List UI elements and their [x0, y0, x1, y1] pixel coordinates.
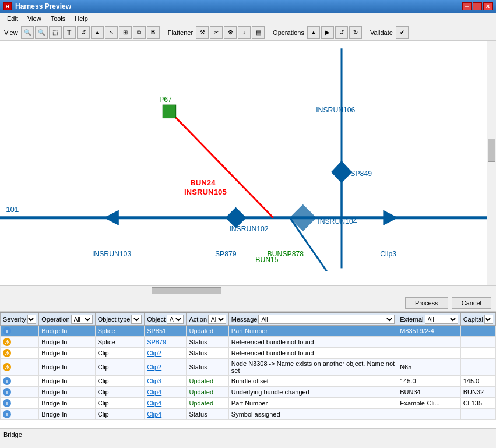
op-2-button[interactable]: ▶: [321, 26, 334, 39]
close-button[interactable]: ✕: [483, 2, 493, 10]
object-type-cell: Clip: [95, 376, 144, 387]
object-cell[interactable]: SP851: [145, 326, 187, 337]
object-link[interactable]: Clip4: [147, 411, 161, 418]
shape-button[interactable]: ▲: [91, 26, 104, 39]
object-type-filter[interactable]: All: [131, 315, 142, 324]
toolbar: View 🔍 🔍 ⬚ T ↺ ▲ ↖ ⊞ ⧉ B Flattener ⚒ ✂ ⚙…: [0, 24, 496, 41]
maximize-button[interactable]: □: [473, 2, 482, 10]
th-operation: Operation All: [39, 313, 95, 326]
operation-cell: Bridge In: [39, 376, 95, 387]
flatten-5-button[interactable]: ▤: [252, 26, 265, 39]
message-filter[interactable]: All: [258, 315, 395, 324]
capital-cell: [460, 337, 495, 348]
object-link[interactable]: Clip3: [147, 378, 161, 384]
minimize-button[interactable]: ─: [462, 2, 472, 10]
table-row[interactable]: ⚠Bridge InSpliceSP879StatusReferenced bu…: [1, 337, 496, 348]
select-button[interactable]: ⬚: [49, 26, 62, 39]
svg-marker-10: [104, 210, 118, 225]
action-filter[interactable]: All: [208, 315, 226, 324]
object-cell[interactable]: Clip4: [145, 398, 187, 409]
svg-text:INSRUN104: INSRUN104: [318, 217, 357, 225]
window-controls[interactable]: ─ □ ✕: [462, 2, 493, 10]
table-row[interactable]: ⚠Bridge InClipClip2StatusReferenced bund…: [1, 348, 496, 359]
canvas-area[interactable]: P67 INSRUN106 SP849 INSRUN104 BUN24 INSR…: [0, 41, 496, 285]
table-row[interactable]: iBridge InClipClip3UpdatedBundle offset1…: [1, 376, 496, 387]
svg-text:INSRUN103: INSRUN103: [92, 250, 131, 258]
horizontal-scrollbar[interactable]: [0, 285, 496, 295]
object-cell[interactable]: SP879: [145, 337, 187, 348]
capital-cell: [460, 409, 495, 420]
layers-button[interactable]: ⧉: [133, 26, 146, 39]
object-link[interactable]: Clip4: [147, 400, 161, 407]
flatten-3-button[interactable]: ⚙: [224, 26, 237, 39]
object-type-cell: Clip: [95, 409, 144, 420]
object-cell[interactable]: Clip2: [145, 359, 187, 376]
table-row[interactable]: iBridge InSpliceSP851UpdatedPart NumberM…: [1, 326, 496, 337]
svg-marker-11: [383, 210, 397, 225]
svg-text:P67: P67: [159, 96, 172, 104]
object-link[interactable]: SP879: [147, 338, 166, 345]
action-cell: Status: [187, 359, 228, 376]
table-row[interactable]: iBridge InClipClip4StatusSymbol assigned: [1, 409, 496, 420]
svg-line-3: [169, 111, 273, 217]
pointer-button[interactable]: ↖: [105, 26, 118, 39]
flatten-4-button[interactable]: ↓: [238, 26, 251, 39]
svg-text:101: 101: [6, 205, 19, 214]
object-link[interactable]: Clip2: [147, 364, 161, 371]
op-1-button[interactable]: ▲: [307, 26, 320, 39]
table-row[interactable]: ⚠Bridge InClipClip2StatusNode N3308 -> N…: [1, 359, 496, 376]
object-filter[interactable]: All: [167, 315, 184, 324]
action-cell: Status: [187, 337, 228, 348]
action-cell: Updated: [187, 398, 228, 409]
op-4-button[interactable]: ↻: [349, 26, 362, 39]
horizontal-scrollbar-thumb[interactable]: [152, 287, 221, 294]
process-button[interactable]: Process: [405, 297, 448, 309]
svg-text:SP879: SP879: [215, 250, 237, 258]
bold-button[interactable]: B: [147, 26, 160, 39]
rotate-button[interactable]: ↺: [77, 26, 90, 39]
op-3-button[interactable]: ↺: [335, 26, 348, 39]
flatten-1-button[interactable]: ⚒: [196, 26, 209, 39]
canvas-svg: P67 INSRUN106 SP849 INSRUN104 BUN24 INSR…: [0, 41, 496, 285]
external-filter[interactable]: All: [425, 315, 458, 324]
vertical-scrollbar[interactable]: [487, 41, 496, 285]
operation-cell: Bridge In: [39, 326, 95, 337]
capital-filter[interactable]: All: [484, 315, 493, 324]
message-cell: Node N3308 -> Name exists on another obj…: [228, 359, 397, 376]
table-row[interactable]: iBridge InClipClip4UpdatedPart NumberExa…: [1, 398, 496, 409]
operation-filter[interactable]: All: [71, 315, 93, 324]
table-row[interactable]: iBridge InClipClip4UpdatedUnderlying bun…: [1, 387, 496, 398]
vertical-scrollbar-thumb[interactable]: [488, 139, 495, 162]
severity-filter[interactable]: All: [27, 315, 37, 324]
menu-help[interactable]: Help: [70, 14, 93, 23]
grid-button[interactable]: ⊞: [119, 26, 132, 39]
menu-tools[interactable]: Tools: [46, 14, 71, 23]
object-link[interactable]: Clip2: [147, 350, 161, 357]
external-cell: BUN34: [397, 387, 461, 398]
menu-view[interactable]: View: [23, 14, 46, 23]
cancel-button[interactable]: Cancel: [452, 297, 491, 309]
object-cell[interactable]: Clip2: [145, 348, 187, 359]
object-type-cell: Splice: [95, 337, 144, 348]
severity-icon: ⚠: [3, 349, 11, 357]
object-link[interactable]: SP851: [147, 327, 166, 334]
th-severity: Severity All: [1, 313, 39, 326]
th-external: External All: [397, 313, 461, 326]
window-title: Harness Preview: [15, 2, 462, 10]
validate-check-button[interactable]: ✔: [396, 26, 409, 39]
table-body: iBridge InSpliceSP851UpdatedPart NumberM…: [1, 326, 496, 420]
zoom-in-button[interactable]: 🔍: [21, 26, 34, 39]
flatten-2-button[interactable]: ✂: [210, 26, 223, 39]
text-button[interactable]: T: [63, 26, 76, 39]
action-cell: Updated: [187, 326, 228, 337]
zoom-out-button[interactable]: 🔍: [35, 26, 48, 39]
object-link[interactable]: Clip4: [147, 389, 161, 396]
object-cell[interactable]: Clip4: [145, 409, 187, 420]
results-table: Severity All Operation All: [0, 313, 496, 420]
operation-cell: Bridge In: [39, 409, 95, 420]
table-wrap[interactable]: Severity All Operation All: [0, 313, 496, 428]
object-cell[interactable]: Clip3: [145, 376, 187, 387]
object-cell[interactable]: Clip4: [145, 387, 187, 398]
menu-edit[interactable]: Edit: [2, 14, 23, 23]
capital-cell: Cl-135: [460, 398, 495, 409]
